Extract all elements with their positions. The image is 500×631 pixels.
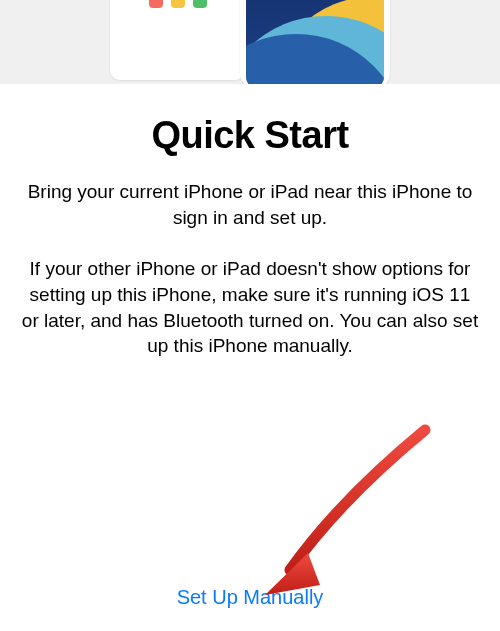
instruction-secondary: If your other iPhone or iPad doesn't sho… [18,256,482,359]
app-icon-red [149,0,163,8]
page-title: Quick Start [18,114,482,157]
app-icons-row [149,0,207,8]
app-icon-green [193,0,207,8]
main-content: Quick Start Bring your current iPhone or… [0,84,500,359]
buddy-device-illustration [110,0,245,80]
instruction-primary: Bring your current iPhone or iPad near t… [18,179,482,230]
this-device-illustration [240,0,390,84]
app-icon-yellow [171,0,185,8]
set-up-manually-button[interactable]: Set Up Manually [0,586,500,609]
this-device-wallpaper [246,0,384,84]
hero-illustration [0,0,500,84]
